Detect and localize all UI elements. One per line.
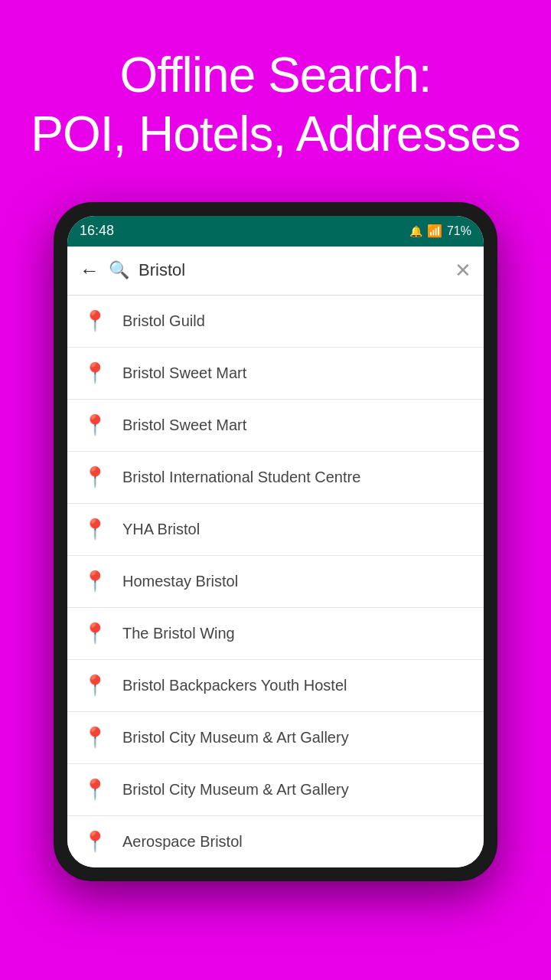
search-icon: 🔍 <box>109 260 129 280</box>
location-pin-icon: 📍 <box>83 830 107 854</box>
list-item[interactable]: 📍 The Bristol Wing <box>67 608 484 660</box>
result-name: Bristol International Student Centre <box>122 467 360 487</box>
hero-line2: POI, Hotels, Addresses <box>31 106 520 162</box>
phone-screen: 16:48 🔔 📶 71% ← 🔍 Bristol ✕ 📍 Bristol Gu… <box>67 216 484 867</box>
location-pin-icon: 📍 <box>83 570 107 593</box>
result-name: Bristol Sweet Mart <box>122 363 246 383</box>
result-name: Bristol Sweet Mart <box>122 415 246 435</box>
list-item[interactable]: 📍 Bristol Guild <box>67 296 484 348</box>
battery-text: 71% <box>447 224 471 238</box>
list-item[interactable]: 📍 Bristol City Museum & Art Gallery <box>67 712 484 764</box>
hero-line1: Offline Search: <box>119 47 431 103</box>
location-pin-icon: 📍 <box>83 518 107 541</box>
location-pin-icon: 📍 <box>83 309 107 333</box>
results-list: 📍 Bristol Guild 📍 Bristol Sweet Mart 📍 B… <box>67 296 484 867</box>
wifi-icon: 📶 <box>427 224 442 238</box>
result-name: Bristol Guild <box>122 311 205 331</box>
list-item[interactable]: 📍 Homestay Bristol <box>67 556 484 608</box>
location-pin-icon: 📍 <box>83 361 107 385</box>
hero-section: Offline Search: POI, Hotels, Addresses <box>0 0 551 194</box>
app-icon: 🔔 <box>409 225 422 237</box>
result-name: Bristol Backpackers Youth Hostel <box>122 675 347 695</box>
list-item[interactable]: 📍 Bristol Backpackers Youth Hostel <box>67 660 484 712</box>
result-name: YHA Bristol <box>122 519 200 539</box>
phone-mockup: 16:48 🔔 📶 71% ← 🔍 Bristol ✕ 📍 Bristol Gu… <box>54 202 497 881</box>
status-icons: 🔔 📶 71% <box>409 224 471 238</box>
location-pin-icon: 📍 <box>83 622 107 645</box>
list-item[interactable]: 📍 YHA Bristol <box>67 504 484 556</box>
list-item[interactable]: 📍 Bristol Sweet Mart <box>67 348 484 400</box>
location-pin-icon: 📍 <box>83 413 107 437</box>
status-bar: 16:48 🔔 📶 71% <box>67 216 484 247</box>
location-pin-icon: 📍 <box>83 778 107 802</box>
result-name: Aerospace Bristol <box>122 831 243 851</box>
location-pin-icon: 📍 <box>83 726 107 750</box>
location-pin-icon: 📍 <box>83 466 107 489</box>
search-bar[interactable]: ← 🔍 Bristol ✕ <box>67 247 484 296</box>
back-button[interactable]: ← <box>80 259 99 283</box>
list-item[interactable]: 📍 Aerospace Bristol <box>67 816 484 867</box>
location-pin-icon: 📍 <box>83 674 107 697</box>
list-item[interactable]: 📍 Bristol City Museum & Art Gallery <box>67 764 484 816</box>
list-item[interactable]: 📍 Bristol International Student Centre <box>67 452 484 504</box>
result-name: The Bristol Wing <box>122 623 235 643</box>
status-time: 16:48 <box>80 223 114 239</box>
search-input[interactable]: Bristol <box>139 260 445 280</box>
result-name: Bristol City Museum & Art Gallery <box>122 727 349 747</box>
clear-button[interactable]: ✕ <box>455 259 471 283</box>
result-name: Homestay Bristol <box>122 571 238 591</box>
list-item[interactable]: 📍 Bristol Sweet Mart <box>67 400 484 452</box>
result-name: Bristol City Museum & Art Gallery <box>122 779 349 799</box>
